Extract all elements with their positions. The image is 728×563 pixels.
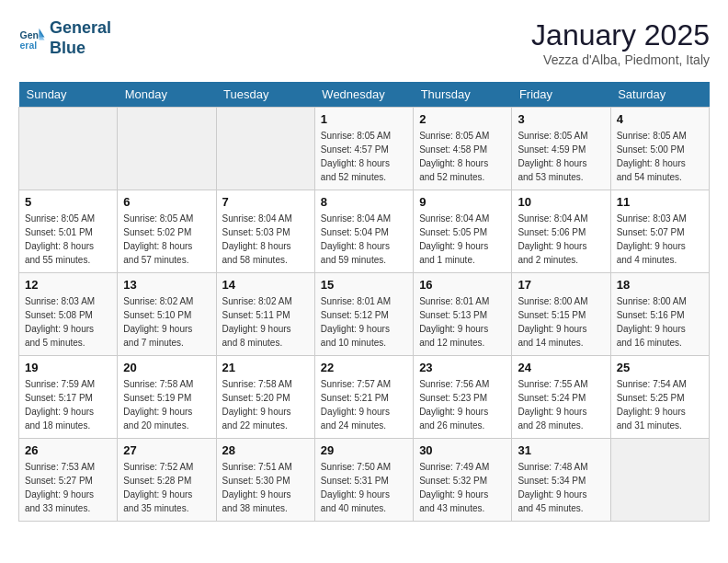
day-number: 12 <box>25 278 111 292</box>
logo-text-line1: General <box>50 18 111 39</box>
day-info: Sunrise: 7:48 AM Sunset: 5:34 PM Dayligh… <box>518 460 604 515</box>
calendar-cell: 13Sunrise: 8:02 AM Sunset: 5:10 PM Dayli… <box>118 273 216 356</box>
calendar-cell <box>118 108 216 190</box>
day-info: Sunrise: 8:04 AM Sunset: 5:05 PM Dayligh… <box>419 212 506 267</box>
day-number: 25 <box>617 361 703 374</box>
header-wednesday: Wednesday <box>314 82 413 108</box>
header-saturday: Saturday <box>610 82 709 108</box>
day-info: Sunrise: 7:56 AM Sunset: 5:23 PM Dayligh… <box>419 377 506 432</box>
logo-icon: Gen eral <box>18 25 46 52</box>
calendar-cell: 5Sunrise: 8:05 AM Sunset: 5:01 PM Daylig… <box>19 190 118 273</box>
day-info: Sunrise: 8:00 AM Sunset: 5:15 PM Dayligh… <box>518 294 604 350</box>
calendar-cell: 16Sunrise: 8:01 AM Sunset: 5:13 PM Dayli… <box>414 273 512 356</box>
day-info: Sunrise: 7:51 AM Sunset: 5:30 PM Dayligh… <box>222 460 309 515</box>
calendar-cell: 17Sunrise: 8:00 AM Sunset: 5:15 PM Dayli… <box>512 273 610 356</box>
calendar-cell: 4Sunrise: 8:05 AM Sunset: 5:00 PM Daylig… <box>610 108 709 190</box>
calendar-cell: 30Sunrise: 7:49 AM Sunset: 5:32 PM Dayli… <box>414 439 512 522</box>
day-info: Sunrise: 8:05 AM Sunset: 4:57 PM Dayligh… <box>321 129 407 184</box>
day-number: 6 <box>123 195 210 209</box>
calendar-cell: 18Sunrise: 8:00 AM Sunset: 5:16 PM Dayli… <box>610 273 709 356</box>
calendar-week-2: 5Sunrise: 8:05 AM Sunset: 5:01 PM Daylig… <box>19 190 710 273</box>
header-friday: Friday <box>512 82 610 108</box>
day-number: 19 <box>25 361 111 374</box>
day-number: 29 <box>321 443 407 457</box>
calendar-cell: 2Sunrise: 8:05 AM Sunset: 4:58 PM Daylig… <box>414 108 512 190</box>
day-number: 5 <box>25 195 111 209</box>
day-info: Sunrise: 8:05 AM Sunset: 5:02 PM Dayligh… <box>123 212 210 267</box>
calendar-cell: 24Sunrise: 7:55 AM Sunset: 5:24 PM Dayli… <box>512 356 610 439</box>
day-info: Sunrise: 7:58 AM Sunset: 5:20 PM Dayligh… <box>222 377 309 432</box>
day-info: Sunrise: 8:05 AM Sunset: 5:00 PM Dayligh… <box>617 129 703 184</box>
day-info: Sunrise: 7:50 AM Sunset: 5:31 PM Dayligh… <box>321 460 407 515</box>
day-number: 14 <box>222 278 309 292</box>
calendar-week-5: 26Sunrise: 7:53 AM Sunset: 5:27 PM Dayli… <box>19 439 710 522</box>
day-info: Sunrise: 8:04 AM Sunset: 5:04 PM Dayligh… <box>321 212 407 267</box>
day-info: Sunrise: 8:05 AM Sunset: 4:58 PM Dayligh… <box>419 129 506 184</box>
header-row: Sunday Monday Tuesday Wednesday Thursday… <box>19 82 710 108</box>
calendar-table: Sunday Monday Tuesday Wednesday Thursday… <box>18 82 710 522</box>
calendar-week-4: 19Sunrise: 7:59 AM Sunset: 5:17 PM Dayli… <box>19 356 710 439</box>
day-info: Sunrise: 8:05 AM Sunset: 5:01 PM Dayligh… <box>25 212 111 267</box>
day-info: Sunrise: 7:55 AM Sunset: 5:24 PM Dayligh… <box>518 377 604 432</box>
day-info: Sunrise: 7:54 AM Sunset: 5:25 PM Dayligh… <box>617 377 703 432</box>
calendar-cell: 28Sunrise: 7:51 AM Sunset: 5:30 PM Dayli… <box>216 439 314 522</box>
day-number: 26 <box>25 443 111 457</box>
calendar-cell: 21Sunrise: 7:58 AM Sunset: 5:20 PM Dayli… <box>216 356 314 439</box>
svg-text:eral: eral <box>20 39 38 50</box>
day-info: Sunrise: 8:03 AM Sunset: 5:08 PM Dayligh… <box>25 294 111 350</box>
calendar-cell: 9Sunrise: 8:04 AM Sunset: 5:05 PM Daylig… <box>414 190 512 273</box>
day-number: 23 <box>419 361 506 374</box>
day-number: 15 <box>321 278 407 292</box>
calendar-week-3: 12Sunrise: 8:03 AM Sunset: 5:08 PM Dayli… <box>19 273 710 356</box>
calendar-cell: 26Sunrise: 7:53 AM Sunset: 5:27 PM Dayli… <box>19 439 118 522</box>
day-number: 22 <box>321 361 407 374</box>
day-number: 28 <box>222 443 309 457</box>
logo: Gen eral General Blue <box>18 18 111 58</box>
day-info: Sunrise: 8:05 AM Sunset: 4:59 PM Dayligh… <box>518 129 604 184</box>
title-block: January 2025 Vezza d'Alba, Piedmont, Ita… <box>531 18 710 67</box>
calendar-cell: 7Sunrise: 8:04 AM Sunset: 5:03 PM Daylig… <box>216 190 314 273</box>
day-number: 24 <box>518 361 604 374</box>
day-number: 7 <box>222 195 309 209</box>
day-number: 13 <box>123 278 210 292</box>
day-info: Sunrise: 8:01 AM Sunset: 5:12 PM Dayligh… <box>321 294 407 350</box>
header-sunday: Sunday <box>19 82 118 108</box>
day-info: Sunrise: 7:52 AM Sunset: 5:28 PM Dayligh… <box>123 460 210 515</box>
calendar-cell: 11Sunrise: 8:03 AM Sunset: 5:07 PM Dayli… <box>610 190 709 273</box>
day-info: Sunrise: 8:02 AM Sunset: 5:10 PM Dayligh… <box>123 294 210 350</box>
page-header: Gen eral General Blue January 2025 Vezza… <box>18 18 710 67</box>
day-number: 27 <box>123 443 210 457</box>
day-info: Sunrise: 8:03 AM Sunset: 5:07 PM Dayligh… <box>617 212 703 267</box>
day-info: Sunrise: 7:58 AM Sunset: 5:19 PM Dayligh… <box>123 377 210 432</box>
day-info: Sunrise: 7:57 AM Sunset: 5:21 PM Dayligh… <box>321 377 407 432</box>
calendar-cell: 22Sunrise: 7:57 AM Sunset: 5:21 PM Dayli… <box>314 356 413 439</box>
day-number: 3 <box>518 112 604 126</box>
calendar-cell: 31Sunrise: 7:48 AM Sunset: 5:34 PM Dayli… <box>512 439 610 522</box>
day-info: Sunrise: 8:01 AM Sunset: 5:13 PM Dayligh… <box>419 294 506 350</box>
calendar-cell: 19Sunrise: 7:59 AM Sunset: 5:17 PM Dayli… <box>19 356 118 439</box>
day-number: 20 <box>123 361 210 374</box>
calendar-cell: 3Sunrise: 8:05 AM Sunset: 4:59 PM Daylig… <box>512 108 610 190</box>
day-number: 4 <box>617 112 703 126</box>
day-number: 31 <box>518 443 604 457</box>
calendar-cell: 27Sunrise: 7:52 AM Sunset: 5:28 PM Dayli… <box>118 439 216 522</box>
calendar-cell <box>610 439 709 522</box>
day-info: Sunrise: 8:00 AM Sunset: 5:16 PM Dayligh… <box>617 294 703 350</box>
day-number: 8 <box>321 195 407 209</box>
calendar-cell <box>216 108 314 190</box>
day-number: 30 <box>419 443 506 457</box>
calendar-cell: 23Sunrise: 7:56 AM Sunset: 5:23 PM Dayli… <box>414 356 512 439</box>
day-number: 16 <box>419 278 506 292</box>
calendar-week-1: 1Sunrise: 8:05 AM Sunset: 4:57 PM Daylig… <box>19 108 710 190</box>
header-monday: Monday <box>118 82 216 108</box>
calendar-cell: 25Sunrise: 7:54 AM Sunset: 5:25 PM Dayli… <box>610 356 709 439</box>
calendar-subtitle: Vezza d'Alba, Piedmont, Italy <box>531 52 710 67</box>
day-info: Sunrise: 8:04 AM Sunset: 5:06 PM Dayligh… <box>518 212 604 267</box>
day-info: Sunrise: 7:59 AM Sunset: 5:17 PM Dayligh… <box>25 377 111 432</box>
calendar-cell: 6Sunrise: 8:05 AM Sunset: 5:02 PM Daylig… <box>118 190 216 273</box>
calendar-title: January 2025 <box>531 18 710 52</box>
header-thursday: Thursday <box>414 82 512 108</box>
day-number: 11 <box>617 195 703 209</box>
day-number: 10 <box>518 195 604 209</box>
day-number: 17 <box>518 278 604 292</box>
